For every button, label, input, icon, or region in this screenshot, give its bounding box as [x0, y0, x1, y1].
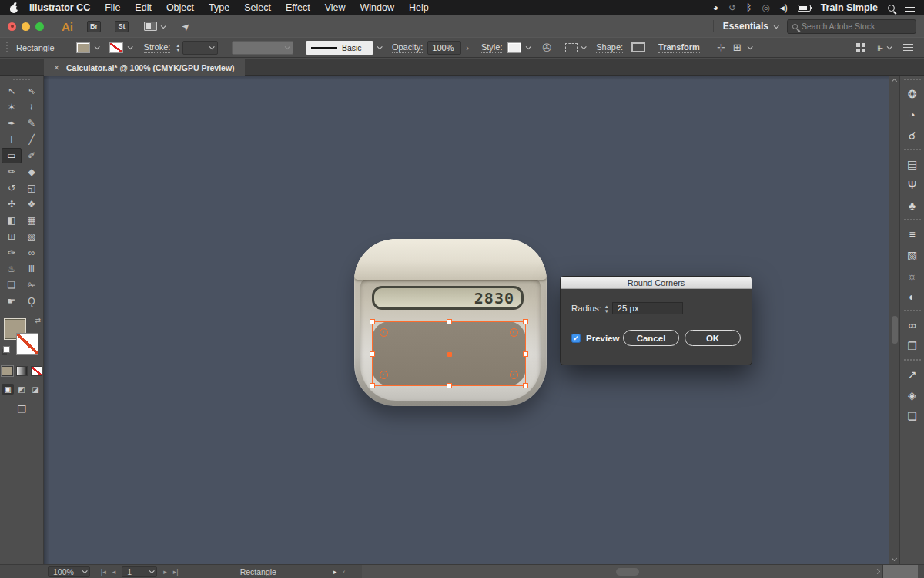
artboards-panel-icon[interactable]: ❐	[900, 335, 924, 356]
stroke-color-swatch[interactable]	[109, 42, 123, 53]
style-chevron-icon[interactable]	[526, 44, 531, 49]
selection-tool[interactable]: ↖	[2, 83, 22, 99]
hand-tool[interactable]: ☛	[2, 294, 22, 309]
stroke-panel-link[interactable]: Stroke:	[144, 42, 171, 53]
transform-panel-link[interactable]: Transform	[658, 42, 700, 53]
eraser-tool[interactable]: ◆	[22, 164, 42, 180]
bridge-button[interactable]: Br	[87, 21, 101, 32]
align-objects-icon[interactable]: ⊞	[733, 42, 742, 53]
live-corner-widget[interactable]	[510, 371, 518, 379]
panel-drag-handle[interactable]	[13, 79, 30, 80]
scroll-right-icon[interactable]	[875, 568, 880, 573]
pen-tool[interactable]: ✒	[2, 116, 22, 131]
selection-bounding-box[interactable]	[372, 321, 526, 386]
export-panel-icon[interactable]: ↗	[900, 364, 924, 385]
brushes-panel-icon[interactable]: Ψ	[900, 174, 924, 195]
zoom-level-dropdown[interactable]: 100%	[48, 566, 90, 577]
symbols-panel-icon[interactable]: ♣	[900, 195, 924, 216]
style-panel-link[interactable]: Style:	[481, 42, 503, 53]
paintbrush-tool[interactable]: ✐	[22, 148, 42, 163]
rectangle-tool[interactable]: ▭	[2, 148, 22, 163]
scroll-down-icon[interactable]	[892, 556, 897, 561]
clock-icon[interactable]: ◕	[713, 0, 718, 15]
menubar-user-label[interactable]: Train Simple	[821, 2, 878, 13]
eyedropper-tool[interactable]: ✑	[2, 245, 22, 260]
blend-tool[interactable]: ∞	[22, 245, 42, 260]
menu-item-file[interactable]: File	[105, 2, 120, 13]
minimize-window-button[interactable]	[22, 22, 30, 31]
stock-search-input[interactable]	[802, 22, 902, 31]
draw-behind-mode[interactable]: ◩	[15, 384, 28, 395]
swatches-panel-icon[interactable]: ▤	[900, 153, 924, 174]
type-tool[interactable]: T	[2, 132, 22, 147]
volume-icon[interactable]: ◂)	[780, 0, 788, 15]
opacity-panel-link[interactable]: Opacity:	[392, 42, 423, 53]
fill-chevron-icon[interactable]	[94, 44, 99, 49]
apple-menu-icon[interactable]	[9, 3, 18, 13]
paint-color-button[interactable]	[2, 366, 13, 376]
fill-color-swatch[interactable]	[76, 42, 90, 53]
ok-button[interactable]: OK	[685, 330, 741, 346]
live-corner-widget[interactable]	[380, 328, 388, 337]
change-screen-mode-icon[interactable]: ❐	[0, 404, 43, 415]
selection-handle[interactable]	[447, 319, 452, 324]
rotate-tool[interactable]: ↺	[2, 180, 22, 196]
free-transform-tool[interactable]: ❖	[22, 197, 42, 212]
curvature-tool[interactable]: ✎	[22, 116, 42, 131]
selection-handle[interactable]	[370, 351, 375, 357]
notification-center-icon[interactable]	[905, 5, 915, 12]
panel-menu-icon[interactable]	[903, 44, 913, 51]
stroke-weight-field[interactable]	[182, 41, 218, 55]
selection-handle[interactable]	[523, 351, 528, 357]
default-fill-stroke-icon[interactable]	[3, 346, 10, 353]
shape-properties-icon[interactable]	[632, 43, 644, 52]
dialog-title[interactable]: Round Corners	[561, 277, 752, 289]
opacity-submenu-arrow[interactable]: ›	[466, 43, 469, 52]
next-artboard-icon[interactable]: ▸	[160, 568, 170, 576]
pattern-options-panel-icon[interactable]: ☌	[900, 125, 924, 146]
isolate-mode-icon[interactable]	[856, 43, 865, 52]
close-document-icon[interactable]: ×	[54, 62, 59, 73]
magic-wand-tool[interactable]: ✶	[2, 99, 22, 115]
radius-input[interactable]	[613, 303, 682, 314]
menu-item-illustrator-cc[interactable]: Illustrator CC	[29, 2, 90, 13]
battery-icon[interactable]	[798, 5, 811, 12]
navigator-panel-icon[interactable]: ❏	[900, 405, 924, 426]
opacity-field[interactable]: 100%	[427, 41, 461, 55]
brush-definition-dropdown[interactable]: Basic	[306, 41, 373, 55]
stock-button[interactable]: St	[115, 21, 129, 32]
panel-drag-handle[interactable]	[6, 42, 8, 54]
menu-item-window[interactable]: Window	[360, 2, 394, 13]
shaper-tool[interactable]: ✏	[2, 164, 22, 180]
menu-item-type[interactable]: Type	[209, 2, 229, 13]
stroke-panel-icon[interactable]: ≡	[900, 223, 924, 244]
artboard-canvas[interactable]: 2830 Round Corners Radius: ▴▾	[44, 76, 889, 564]
slice-tool[interactable]: ✁	[22, 277, 42, 293]
align-panel-icon[interactable]: ⫦	[878, 42, 883, 54]
zoom-window-button[interactable]	[35, 22, 44, 31]
graphic-style-swatch[interactable]	[507, 42, 521, 53]
time-machine-icon[interactable]: ↺	[728, 0, 736, 15]
selection-handle[interactable]	[523, 319, 528, 324]
appearance-panel-icon[interactable]: ☼	[900, 265, 924, 286]
zoom-tool[interactable]: Ǫ	[22, 294, 42, 309]
scroll-up-icon[interactable]	[892, 79, 897, 84]
selection-handle[interactable]	[523, 383, 528, 388]
color-guide-panel-icon[interactable]: ◔	[900, 104, 924, 125]
select-similar-chevron-icon[interactable]	[581, 44, 587, 49]
selection-handle[interactable]	[447, 383, 452, 388]
selection-handle[interactable]	[370, 319, 375, 324]
live-corner-widget[interactable]	[510, 328, 518, 337]
cc-libraries-panel-icon[interactable]: ∞	[900, 314, 924, 335]
direct-selection-tool[interactable]: ⇖	[22, 83, 42, 99]
color-panel-icon[interactable]: ❂	[900, 83, 924, 104]
bluetooth-icon[interactable]: ᛒ	[746, 0, 752, 15]
perspective-grid-tool[interactable]: ▦	[22, 213, 42, 228]
paint-gradient-button[interactable]	[16, 366, 28, 376]
gradient-tool[interactable]: ▧	[22, 229, 42, 244]
transparency-panel-icon[interactable]: ◐	[900, 286, 924, 307]
cancel-button[interactable]: Cancel	[623, 330, 679, 346]
shape-builder-tool[interactable]: ◧	[2, 213, 22, 228]
layers-panel-icon[interactable]: ◈	[900, 385, 924, 405]
vertical-scrollbar[interactable]	[889, 76, 899, 564]
